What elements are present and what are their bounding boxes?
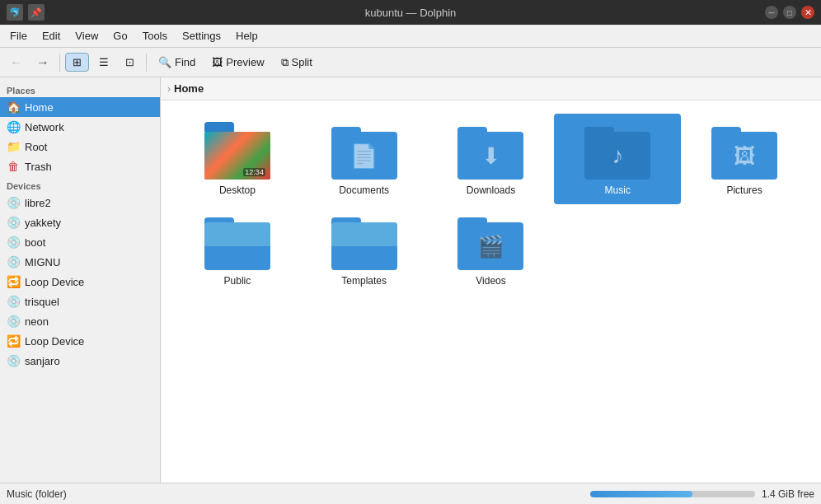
toolbar-separator-1 [59,54,60,72]
sidebar-item-loop2[interactable]: 🔁 Loop Device [0,331,160,351]
titlebar-left: 🐬 📌 [7,4,45,21]
loop2-icon: 🔁 [7,334,20,348]
file-label-documents: Documents [339,184,389,196]
sidebar-mignu-label: MIGNU [25,256,60,268]
menu-view[interactable]: View [68,27,105,44]
titlebar: 🐬 📌 kubuntu — Dolphin ─ □ ✕ [0,0,821,25]
trash-icon: 🗑 [7,160,20,173]
file-label-pictures: Pictures [726,184,762,196]
file-label-downloads: Downloads [467,184,515,196]
disk-usage-fill [590,491,692,497]
content-area: › Home 12:34 Desktop [161,77,821,483]
sidebar-item-trash[interactable]: 🗑 Trash [0,156,160,176]
menu-go[interactable]: Go [106,27,134,44]
network-icon: 🌐 [7,120,20,133]
search-icon: 🔍 [158,56,171,68]
sidebar-item-yakkety[interactable]: 💿 yakkety [0,212,160,232]
menu-file[interactable]: File [3,27,34,44]
root-icon: 📁 [7,140,20,153]
sidebar-sanjaro-label: sanjaro [25,355,60,367]
sidebar-item-boot[interactable]: 💿 boot [0,232,160,252]
file-item-documents[interactable]: 📄 Documents [301,114,428,204]
file-item-music[interactable]: ♪ Music [554,114,681,204]
sidebar-loop1-label: Loop Device [25,276,84,288]
yakkety-icon: 💿 [7,216,20,229]
trisquel-icon: 💿 [7,295,20,308]
places-label: Places [0,81,160,97]
maximize-button[interactable]: □ [783,6,796,19]
sidebar-item-home[interactable]: 🏠 Home [0,97,160,117]
sidebar-item-mignu[interactable]: 💿 MIGNU [0,252,160,272]
sidebar-yakkety-label: yakkety [25,217,61,229]
window-title: kubuntu — Dolphin [365,7,457,19]
file-label-music: Music [605,184,631,196]
file-item-desktop[interactable]: 12:34 Desktop [174,114,301,204]
file-label-public: Public [224,275,251,287]
statusbar-label: Music (folder) [7,488,67,500]
libre2-icon: 💿 [7,196,20,209]
breadcrumb-bar: › Home [161,77,821,100]
menubar: File Edit View Go Tools Settings Help [0,25,821,48]
menu-edit[interactable]: Edit [35,27,67,44]
file-label-desktop: Desktop [219,184,256,196]
sidebar-root-label: Root [25,141,47,153]
back-button[interactable]: ← [5,51,28,74]
pictures-folder-icon: 🖼 [711,122,777,180]
menu-help[interactable]: Help [229,27,265,44]
close-button[interactable]: ✕ [801,6,814,19]
file-item-pictures[interactable]: 🖼 Pictures [681,114,808,204]
menu-tools[interactable]: Tools [136,27,174,44]
list-view-button[interactable]: ☰ [92,54,115,71]
file-item-public[interactable]: Public [174,204,301,295]
list-view-icon: ☰ [99,56,109,68]
split-icon: ⧉ [281,56,289,69]
pin-icon: 📌 [28,4,45,21]
sidebar-neon-label: neon [25,315,49,328]
sidebar: Places 🏠 Home 🌐 Network 📁 Root 🗑 Trash D… [0,77,161,483]
preview-button[interactable]: 🖼 Preview [205,54,270,71]
sidebar-item-trisquel[interactable]: 💿 trisquel [0,292,160,311]
file-label-templates: Templates [341,275,387,287]
forward-button[interactable]: → [31,51,54,74]
compact-view-button[interactable]: ⊡ [119,54,141,71]
mignu-icon: 💿 [7,255,20,268]
templates-folder-icon [331,212,397,270]
minimize-button[interactable]: ─ [765,6,778,19]
file-grid: 12:34 Desktop 📄 Documents [161,100,821,483]
loop1-icon: 🔁 [7,275,20,288]
find-button[interactable]: 🔍 Find [152,54,202,71]
icon-view-button[interactable]: ⊞ [65,53,89,72]
sidebar-item-sanjaro[interactable]: 💿 sanjaro [0,351,160,371]
sidebar-trash-label: Trash [25,161,52,173]
home-icon: 🏠 [7,100,20,114]
statusbar: Music (folder) 1.4 GiB free [0,483,821,504]
window-controls[interactable]: ─ □ ✕ [765,6,814,19]
toolbar: ← → ⊞ ☰ ⊡ 🔍 Find 🖼 Preview ⧉ Split [0,48,821,77]
split-button[interactable]: ⧉ Split [274,54,319,72]
file-item-templates[interactable]: Templates [301,204,428,295]
devices-label: Devices [0,176,160,193]
desktop-folder-icon: 12:34 [204,122,270,180]
sidebar-item-loop1[interactable]: 🔁 Loop Device [0,272,160,292]
file-item-videos[interactable]: 🎬 Videos [428,204,555,295]
sidebar-item-neon[interactable]: 💿 neon [0,311,160,331]
sidebar-item-network[interactable]: 🌐 Network [0,117,160,137]
downloads-folder-icon: ⬇ [457,122,523,180]
sidebar-item-root[interactable]: 📁 Root [0,137,160,156]
videos-folder-icon: 🎬 [457,212,523,270]
sidebar-home-label: Home [25,101,54,114]
file-item-downloads[interactable]: ⬇ Downloads [428,114,555,204]
app-icon: 🐬 [7,4,23,21]
sanjaro-icon: 💿 [7,354,20,367]
sidebar-network-label: Network [25,121,64,133]
sidebar-libre2-label: libre2 [25,197,51,209]
menu-settings[interactable]: Settings [176,27,228,44]
documents-folder-icon: 📄 [331,122,397,180]
icon-view-icon: ⊞ [73,56,82,68]
breadcrumb-home: Home [174,82,204,95]
sidebar-trisquel-label: trisquel [25,296,59,308]
breadcrumb-chevron: › [167,83,171,95]
statusbar-free: 1.4 GiB free [762,488,814,500]
main-layout: Places 🏠 Home 🌐 Network 📁 Root 🗑 Trash D… [0,77,821,483]
sidebar-item-libre2[interactable]: 💿 libre2 [0,193,160,212]
